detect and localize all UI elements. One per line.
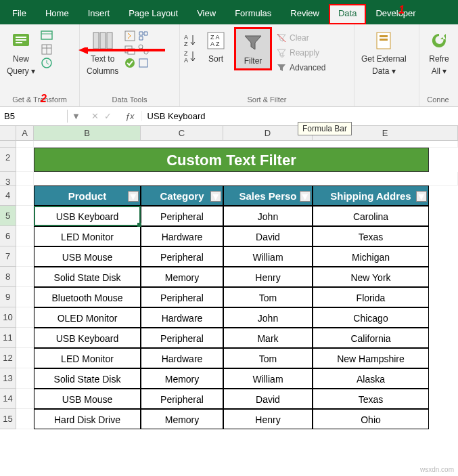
table-header[interactable]: Product▾ <box>34 186 141 206</box>
table-cell[interactable]: Chicago <box>313 307 429 328</box>
table-cell[interactable]: Solid State Disk <box>34 267 141 287</box>
select-all-corner[interactable] <box>0 126 16 141</box>
table-cell[interactable]: John <box>223 307 313 328</box>
enter-icon[interactable]: ✓ <box>104 111 112 121</box>
tab-developer[interactable]: Developer <box>366 4 425 24</box>
row-header[interactable]: 5 <box>0 206 16 226</box>
table-cell[interactable]: David <box>223 226 313 246</box>
table-cell[interactable]: Henry <box>223 267 313 287</box>
row-header[interactable]: 11 <box>0 328 16 348</box>
table-cell[interactable]: Memory <box>141 368 223 389</box>
new-query-button[interactable]: New Query ▾ <box>3 27 39 79</box>
table-cell[interactable]: Solid State Disk <box>34 368 141 389</box>
table-cell[interactable]: William <box>223 368 313 389</box>
table-cell[interactable]: Peripheral <box>141 246 223 267</box>
table-cell[interactable]: Texas <box>313 226 429 246</box>
table-cell[interactable]: Carolina <box>313 206 429 226</box>
fx-icon[interactable]: ƒx <box>118 111 142 121</box>
table-cell[interactable]: New Hampshire <box>313 348 429 368</box>
table-cell[interactable]: Peripheral <box>141 389 223 409</box>
tab-view[interactable]: View <box>187 4 225 24</box>
flash-fill-icon[interactable] <box>124 30 136 42</box>
reapply-button[interactable]: Reapply <box>273 46 328 60</box>
advanced-button[interactable]: Advanced <box>273 61 328 74</box>
cancel-icon[interactable]: ✕ <box>91 111 99 121</box>
tab-page-layout[interactable]: Page Layout <box>119 4 187 24</box>
table-cell[interactable]: LED Monitor <box>34 226 141 246</box>
table-cell[interactable]: Peripheral <box>141 206 223 226</box>
filter-dropdown-icon[interactable]: ▾ <box>300 191 311 202</box>
table-cell[interactable]: USB Mouse <box>34 246 141 267</box>
table-cell[interactable]: David <box>223 389 313 409</box>
formula-input[interactable] <box>142 110 458 123</box>
row-header[interactable]: 9 <box>0 287 16 307</box>
filter-button[interactable]: Filter <box>234 27 272 70</box>
sort-asc-icon[interactable]: AZ <box>183 33 198 47</box>
table-cell[interactable]: USB Keyboard <box>34 328 141 348</box>
row-header[interactable]: 3 <box>0 172 16 186</box>
row-header[interactable]: 12 <box>0 348 16 368</box>
table-cell[interactable]: Hardware <box>141 348 223 368</box>
table-cell[interactable]: Hardware <box>141 307 223 328</box>
tab-review[interactable]: Review <box>281 4 329 24</box>
show-queries-icon[interactable] <box>41 30 53 42</box>
table-cell[interactable]: Michigan <box>313 246 429 267</box>
table-cell[interactable]: Hard Disk Drive <box>34 409 141 429</box>
row-header[interactable]: 8 <box>0 267 16 287</box>
table-cell[interactable]: William <box>223 246 313 267</box>
row-header[interactable]: 14 <box>0 389 16 409</box>
table-cell[interactable]: Hardware <box>141 226 223 246</box>
table-header[interactable]: Category▾ <box>141 186 223 206</box>
filter-dropdown-icon[interactable]: ▾ <box>210 191 221 202</box>
table-header[interactable]: Sales Perso▾ <box>223 186 313 206</box>
table-cell[interactable]: Ohio <box>313 409 429 429</box>
tab-home[interactable]: Home <box>36 4 78 24</box>
col-header[interactable]: B <box>34 126 141 141</box>
tab-data[interactable]: Data <box>329 4 366 24</box>
from-table-icon[interactable] <box>41 43 53 56</box>
get-external-data-button[interactable]: Get External Data ▾ <box>357 27 411 79</box>
row-header[interactable]: 7 <box>0 246 16 267</box>
table-cell[interactable]: New York <box>313 267 429 287</box>
table-cell[interactable]: Memory <box>141 409 223 429</box>
table-cell[interactable]: USB Keyboard <box>34 206 141 226</box>
table-cell[interactable]: Texas <box>313 389 429 409</box>
table-cell[interactable]: Mark <box>223 328 313 348</box>
table-header[interactable]: Shipping Addres▾ <box>313 186 429 206</box>
row-header[interactable]: 1 <box>0 141 16 148</box>
filter-dropdown-icon[interactable]: ▾ <box>416 191 427 202</box>
consolidate-icon[interactable] <box>137 30 150 42</box>
table-cell[interactable]: LED Monitor <box>34 348 141 368</box>
table-cell[interactable]: Peripheral <box>141 328 223 348</box>
row-header[interactable]: 2 <box>0 148 16 172</box>
table-cell[interactable]: Bluetooth Mouse <box>34 287 141 307</box>
name-box[interactable] <box>0 110 68 123</box>
row-header[interactable]: 10 <box>0 307 16 328</box>
col-header[interactable]: A <box>16 126 34 141</box>
table-cell[interactable]: Tom <box>223 287 313 307</box>
sort-button[interactable]: Z AA Z Sort <box>199 27 233 66</box>
table-cell[interactable]: California <box>313 328 429 348</box>
row-header[interactable]: 15 <box>0 409 16 429</box>
table-cell[interactable]: OLED Monitor <box>34 307 141 328</box>
tab-insert[interactable]: Insert <box>78 4 120 24</box>
tab-formulas[interactable]: Formulas <box>225 4 281 24</box>
table-cell[interactable]: Florida <box>313 287 429 307</box>
refresh-all-button[interactable]: Refre All ▾ <box>422 27 456 79</box>
sort-desc-icon[interactable]: ZA <box>183 49 198 64</box>
filter-dropdown-icon[interactable]: ▾ <box>128 191 139 202</box>
table-cell[interactable]: Memory <box>141 267 223 287</box>
table-cell[interactable]: John <box>223 206 313 226</box>
recent-sources-icon[interactable] <box>41 57 53 69</box>
table-cell[interactable]: Alaska <box>313 368 429 389</box>
clear-button[interactable]: Clear <box>273 31 328 45</box>
table-cell[interactable]: USB Mouse <box>34 389 141 409</box>
table-cell[interactable]: Peripheral <box>141 287 223 307</box>
table-cell[interactable]: Henry <box>223 409 313 429</box>
table-cell[interactable]: Tom <box>223 348 313 368</box>
col-header[interactable]: C <box>141 126 223 141</box>
row-header[interactable]: 13 <box>0 368 16 389</box>
tab-file[interactable]: File <box>3 4 36 24</box>
row-header[interactable]: 6 <box>0 226 16 246</box>
row-header[interactable]: 4 <box>0 186 16 206</box>
